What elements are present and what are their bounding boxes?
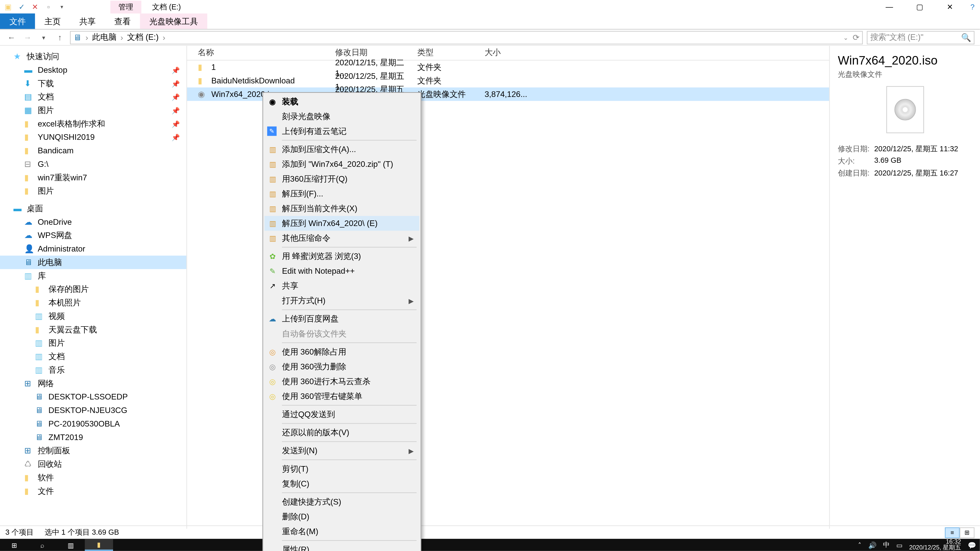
tree-pc4[interactable]: 🖥ZMT2019 xyxy=(0,430,186,444)
tree-library[interactable]: ▥库 xyxy=(0,269,186,283)
ctx-extract-to[interactable]: ▥解压到(F)... xyxy=(264,186,419,201)
ctx-bee-browser[interactable]: ✿用 蜂蜜浏览器 浏览(3) xyxy=(264,249,419,264)
ctx-copy[interactable]: 复制(C) xyxy=(264,476,419,491)
explorer-taskbar[interactable]: ▮ xyxy=(85,539,113,551)
tab-share[interactable]: 共享 xyxy=(70,14,105,29)
ctx-youdao[interactable]: ✎上传到有道云笔记 xyxy=(264,124,419,138)
tree-yunqishi[interactable]: ▮YUNQISHI2019📌 xyxy=(0,130,186,144)
ctx-open-with[interactable]: 打开方式(H)▶ xyxy=(264,293,419,308)
tree-pics2[interactable]: ▮图片 xyxy=(0,184,186,198)
tree-video[interactable]: ▥视频 xyxy=(0,310,186,323)
tree-pc1[interactable]: 🖥DESKTOP-LSSOEDP xyxy=(0,390,186,403)
dropdown-icon[interactable]: ▾ xyxy=(57,1,67,12)
tree-onedrive[interactable]: ☁OneDrive xyxy=(0,215,186,229)
tree-desktop-root[interactable]: ▬桌面 xyxy=(0,202,186,215)
ctx-notepad-pp[interactable]: ✎Edit with Notepad++ xyxy=(264,264,419,279)
minimize-button[interactable]: ― xyxy=(874,0,904,14)
view-details-button[interactable]: ≡ xyxy=(945,527,959,538)
tree-wps[interactable]: ☁WPS网盘 xyxy=(0,229,186,242)
ctx-restore-version[interactable]: 还原以前的版本(V) xyxy=(264,425,419,440)
ctx-shortcut[interactable]: 创建快捷方式(S) xyxy=(264,494,419,509)
ctx-qq-send[interactable]: 通过QQ发送到 xyxy=(264,407,419,422)
check-icon[interactable]: ✓ xyxy=(16,1,27,12)
column-size[interactable]: 大小 xyxy=(485,47,538,59)
tree-pictures[interactable]: ▦图片📌 xyxy=(0,103,186,117)
refresh-icon[interactable]: ⟳ xyxy=(853,33,859,42)
tree-bandicam[interactable]: ▮Bandicam xyxy=(0,144,186,157)
tab-isotools[interactable]: 光盘映像工具 xyxy=(140,14,207,29)
view-icons-button[interactable]: ⊞ xyxy=(959,527,974,538)
forward-button[interactable]: → xyxy=(21,33,33,42)
tree-network[interactable]: ⊞网络 xyxy=(0,377,186,390)
tree-excel[interactable]: ▮excel表格制作求和📌 xyxy=(0,117,186,130)
ctx-add-archive[interactable]: ▥添加到压缩文件(A)... xyxy=(264,142,419,157)
tree-docs2[interactable]: ▥文档 xyxy=(0,350,186,363)
ctx-cut[interactable]: 剪切(T) xyxy=(264,462,419,476)
breadcrumb[interactable]: 🖥 › 此电脑 › 文档 (E:) › ⌄ ⟳ xyxy=(70,30,862,44)
ctx-open-360zip[interactable]: ▥用360压缩打开(Q) xyxy=(264,171,419,186)
tree-files[interactable]: ▮文件 xyxy=(0,484,186,498)
ctx-properties[interactable]: 属性(R) xyxy=(264,542,419,551)
ctx-360-unlock[interactable]: ◎使用 360解除占用 xyxy=(264,345,419,359)
tray-chevron-icon[interactable]: ˄ xyxy=(858,541,861,548)
close-red-icon[interactable]: ✕ xyxy=(30,1,40,12)
new-folder-icon[interactable]: ▫ xyxy=(43,1,54,12)
tree-downloads[interactable]: ⬇下载📌 xyxy=(0,77,186,90)
ctx-burn[interactable]: 刻录光盘映像 xyxy=(264,109,419,124)
start-button[interactable]: ⊞ xyxy=(0,539,28,551)
tree-software[interactable]: ▮软件 xyxy=(0,471,186,484)
tree-desktop[interactable]: ▬Desktop📌 xyxy=(0,63,186,77)
ctx-share[interactable]: ↗共享 xyxy=(264,279,419,293)
tree-saved-pics[interactable]: ▮保存的图片 xyxy=(0,283,186,296)
taskview-button[interactable]: ▥ xyxy=(57,539,85,551)
close-button[interactable]: ✕ xyxy=(935,0,965,14)
ctx-other-zip[interactable]: ▥其他压缩命令▶ xyxy=(264,230,419,245)
volume-icon[interactable]: 🔊 xyxy=(868,541,877,548)
ctx-add-zip[interactable]: ▥添加到 "Win7x64_2020.zip" (T) xyxy=(264,157,419,171)
nav-tree[interactable]: ★快速访问 ▬Desktop📌 ⬇下载📌 ▤文档📌 ▦图片📌 ▮excel表格制… xyxy=(0,46,187,529)
tree-music[interactable]: ▥音乐 xyxy=(0,363,186,377)
chevron-down-icon[interactable]: ⌄ xyxy=(843,34,849,41)
help-button[interactable]: ? xyxy=(965,0,980,14)
search-input[interactable]: 搜索"文档 (E:)" 🔍 xyxy=(867,30,974,44)
ctx-delete[interactable]: 删除(D) xyxy=(264,509,419,524)
ctx-mount[interactable]: ◉装载 xyxy=(264,94,419,109)
ctx-360-menu[interactable]: ◎使用 360管理右键菜单 xyxy=(264,389,419,403)
tree-tianyi[interactable]: ▮天翼云盘下载 xyxy=(0,323,186,337)
ctx-rename[interactable]: 重命名(M) xyxy=(264,524,419,539)
ctx-send-to[interactable]: 发送到(N)▶ xyxy=(264,443,419,458)
back-button[interactable]: ← xyxy=(5,33,18,42)
ctx-extract-named[interactable]: ▥解压到 Win7x64_2020\ (E) xyxy=(264,216,419,230)
tab-file[interactable]: 文件 xyxy=(0,14,35,29)
tree-control-panel[interactable]: ⊞控制面板 xyxy=(0,444,186,457)
up-button[interactable]: ↑ xyxy=(54,33,66,42)
recent-dropdown[interactable]: ▾ xyxy=(38,34,50,41)
ctx-extract-here[interactable]: ▥解压到当前文件夹(X) xyxy=(264,201,419,216)
tree-pc3[interactable]: 🖥PC-20190530OBLA xyxy=(0,417,186,430)
tree-recycle[interactable]: ♺回收站 xyxy=(0,457,186,471)
notification-icon[interactable]: ▭ xyxy=(896,541,902,548)
maximize-button[interactable]: ▢ xyxy=(904,0,935,14)
ctx-360-delete[interactable]: ◎使用 360强力删除 xyxy=(264,359,419,374)
tree-pics3[interactable]: ▥图片 xyxy=(0,337,186,350)
tab-manage[interactable]: 管理 xyxy=(110,0,141,13)
column-type[interactable]: 类型 xyxy=(417,47,485,59)
tree-pc2[interactable]: 🖥DESKTOP-NJEU3CG xyxy=(0,403,186,417)
ctx-baidu-upload[interactable]: ☁上传到百度网盘 xyxy=(264,311,419,326)
column-name[interactable]: 名称 xyxy=(187,47,335,59)
breadcrumb-root[interactable]: 此电脑 xyxy=(92,32,116,43)
action-center-icon[interactable]: 💬 xyxy=(968,541,976,548)
breadcrumb-current[interactable]: 文档 (E:) xyxy=(127,32,159,43)
tree-win7[interactable]: ▮win7重装win7 xyxy=(0,171,186,184)
ime-indicator[interactable]: 中 xyxy=(883,540,890,550)
tab-home[interactable]: 主页 xyxy=(35,14,70,29)
tree-documents[interactable]: ▤文档📌 xyxy=(0,90,186,103)
list-row[interactable]: ▮BaiduNetdiskDownload 2020/12/25, 星期五 1.… xyxy=(187,74,829,87)
tree-local-pics[interactable]: ▮本机照片 xyxy=(0,296,186,310)
tab-view[interactable]: 查看 xyxy=(105,14,140,29)
ctx-360-scan[interactable]: ◎使用 360进行木马云查杀 xyxy=(264,374,419,389)
tree-admin[interactable]: 👤Administrator xyxy=(0,242,186,256)
search-button[interactable]: ⌕ xyxy=(28,539,57,551)
tree-gdrive[interactable]: ⊟G:\ xyxy=(0,157,186,171)
tree-thispc[interactable]: 🖥此电脑 xyxy=(0,256,186,269)
